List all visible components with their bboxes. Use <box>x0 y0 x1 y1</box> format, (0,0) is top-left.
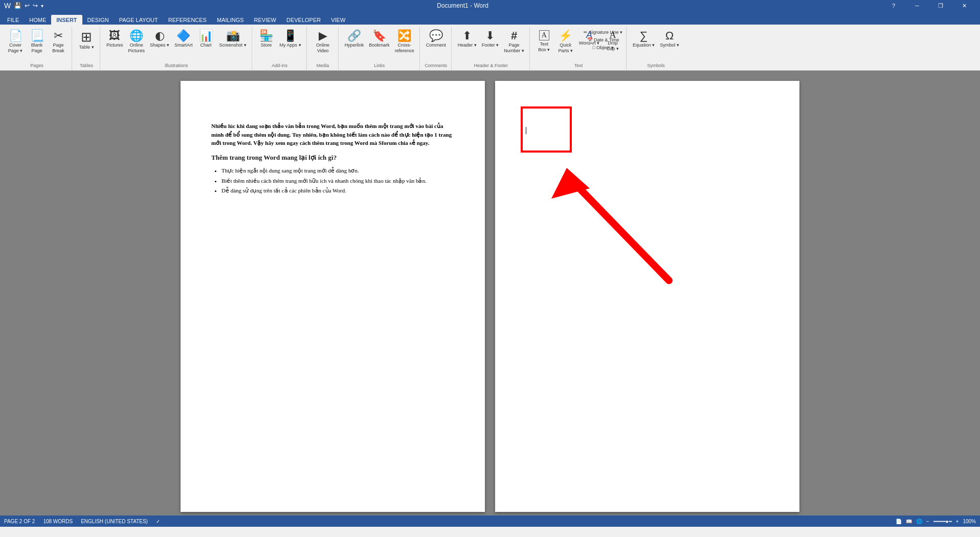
store-icon: 🏪 <box>259 30 273 41</box>
zoom-slider[interactable]: ━━━━●━ <box>933 519 952 524</box>
ribbon-group-comments: 💬 Comment Comments <box>421 27 452 70</box>
page-number-label: PageNumber ▾ <box>504 42 524 54</box>
bookmark-button[interactable]: 🔖 Bookmark <box>367 29 392 50</box>
header-button[interactable]: ⬆ Header ▾ <box>456 29 479 50</box>
minimize-button[interactable]: ─ <box>905 0 929 11</box>
signature-line-icon: ✏ Signature Line ▾ <box>584 30 622 35</box>
ribbon-group-illustrations: 🖼 Pictures 🌐 OnlinePictures ◐ Shapes ▾ 🔷… <box>101 27 252 70</box>
online-video-icon: ▶ <box>319 30 327 41</box>
quick-access-save[interactable]: 💾 <box>14 2 21 9</box>
cover-page-icon: 📄 <box>9 30 23 41</box>
online-video-label: OnlineVideo <box>316 42 329 54</box>
page-1[interactable]: Nhiều lúc khi đang soạn thảo văn bản tro… <box>181 81 485 512</box>
zoom-level: 100% <box>963 519 976 524</box>
tab-file[interactable]: FILE <box>2 15 24 25</box>
date-time-icon: 📅 Date & Time <box>587 37 619 42</box>
tab-design[interactable]: DESIGN <box>82 15 114 25</box>
header-label: Header ▾ <box>458 42 477 48</box>
shapes-label: Shapes ▾ <box>150 42 169 48</box>
quick-parts-button[interactable]: ⚡ QuickParts ▾ <box>555 29 576 55</box>
comments-group-label: Comments <box>421 63 451 68</box>
ribbon-tabs: FILE HOME INSERT DESIGN PAGE LAYOUT REFE… <box>0 11 980 25</box>
text-cursor <box>526 127 526 134</box>
page1-heading: Thêm trang trong Word mang lại lợi ích g… <box>211 153 454 163</box>
blank-page-icon: 📃 <box>30 30 44 41</box>
hyperlink-icon: 🔗 <box>347 30 361 41</box>
spell-check-icon: ✓ <box>156 519 160 524</box>
ribbon-group-tables: ⊞ Table ▾ Tables <box>73 27 100 70</box>
cross-reference-button[interactable]: 🔀 Cross-reference <box>393 29 416 55</box>
chart-button[interactable]: 📊 Chart <box>196 29 216 50</box>
myapps-button[interactable]: 📱 My Apps ▾ <box>278 29 303 50</box>
ribbon-group-header-footer: ⬆ Header ▾ ⬇ Footer ▾ # PageNumber ▾ Hea… <box>453 27 530 70</box>
page-number-button[interactable]: # PageNumber ▾ <box>502 29 526 55</box>
cover-page-label: CoverPage ▾ <box>8 42 23 54</box>
page-2[interactable] <box>495 81 799 512</box>
svg-marker-1 <box>551 168 590 199</box>
page-break-button[interactable]: ✂ PageBreak <box>48 29 69 55</box>
date-time-button[interactable]: 📅 Date & Time <box>582 36 624 44</box>
help-button[interactable]: ? <box>882 0 905 11</box>
table-button[interactable]: ⊞ Table ▾ <box>76 29 97 52</box>
quick-access-undo[interactable]: ↩ <box>25 2 30 9</box>
symbol-button[interactable]: Ω Symbol ▾ <box>658 29 681 50</box>
smartart-button[interactable]: 🔷 SmartArt <box>172 29 195 50</box>
tab-home[interactable]: HOME <box>24 15 51 25</box>
restore-button[interactable]: ❐ <box>929 0 952 11</box>
comment-button[interactable]: 💬 Comment <box>424 29 448 50</box>
window-controls: ? ─ ❐ ✕ <box>882 0 976 11</box>
signature-line-button[interactable]: ✏ Signature Line ▾ <box>582 29 624 36</box>
zoom-out-button[interactable]: − <box>926 519 929 524</box>
web-layout-icon[interactable]: 🌐 <box>916 519 922 524</box>
language: ENGLISH (UNITED STATES) <box>81 519 148 524</box>
symbol-icon: Ω <box>665 30 674 41</box>
media-group-label: Media <box>308 63 338 68</box>
tab-mailings[interactable]: MAILINGS <box>212 15 249 25</box>
cover-page-button[interactable]: 📄 CoverPage ▾ <box>5 29 26 55</box>
pages-group-label: Pages <box>2 63 72 68</box>
ribbon-group-text: A TextBox ▾ ⚡ QuickParts ▾ A WordArt ▾ A… <box>531 27 627 70</box>
online-video-button[interactable]: ▶ OnlineVideo <box>313 29 333 55</box>
quick-access-redo[interactable]: ↪ <box>33 2 38 9</box>
comment-label: Comment <box>426 42 446 48</box>
tab-insert[interactable]: INSERT <box>51 15 82 25</box>
tab-view[interactable]: VIEW <box>326 15 350 25</box>
shapes-icon: ◐ <box>155 30 165 41</box>
object-button[interactable]: □ Object ▾ <box>582 44 624 51</box>
pictures-button[interactable]: 🖼 Pictures <box>104 29 125 50</box>
equation-button[interactable]: ∑ Equation ▾ <box>631 29 657 50</box>
online-pictures-button[interactable]: 🌐 OnlinePictures <box>126 29 147 55</box>
store-button[interactable]: 🏪 Store <box>256 29 277 50</box>
table-icon: ⊞ <box>81 30 92 44</box>
footer-button[interactable]: ⬇ Footer ▾ <box>480 29 501 50</box>
links-group-label: Links <box>340 63 419 68</box>
blank-page-button[interactable]: 📃 BlankPage <box>27 29 47 55</box>
quick-parts-label: QuickParts ▾ <box>559 42 573 54</box>
close-button[interactable]: ✕ <box>952 0 976 11</box>
cross-reference-label: Cross-reference <box>395 42 414 54</box>
tab-page-layout[interactable]: PAGE LAYOUT <box>114 15 163 25</box>
tab-review[interactable]: REVIEW <box>249 15 281 25</box>
addins-group-label: Add-ins <box>253 63 306 68</box>
shapes-button[interactable]: ◐ Shapes ▾ <box>148 29 171 50</box>
tab-developer[interactable]: DEVELOPER <box>281 15 326 25</box>
tab-references[interactable]: REFERENCES <box>163 15 212 25</box>
text-sidebar-buttons: ✏ Signature Line ▾ 📅 Date & Time □ Objec… <box>582 29 624 51</box>
object-icon: □ Object ▾ <box>592 45 613 50</box>
title-bar: W 💾 ↩ ↪ ▾ Document1 - Word ? ─ ❐ ✕ <box>0 0 980 11</box>
symbol-label: Symbol ▾ <box>660 42 679 48</box>
hyperlink-button[interactable]: 🔗 Hyperlink <box>343 29 366 50</box>
screenshot-button[interactable]: 📸 Screenshot ▾ <box>217 29 249 50</box>
read-mode-icon[interactable]: 📖 <box>906 519 912 524</box>
text-box-icon: A <box>539 30 549 40</box>
text-box-button[interactable]: A TextBox ▾ <box>534 29 554 54</box>
quick-parts-icon: ⚡ <box>559 30 572 41</box>
print-layout-icon[interactable]: 📄 <box>896 519 902 524</box>
bookmark-icon: 🔖 <box>372 30 386 41</box>
myapps-icon: 📱 <box>283 30 297 41</box>
zoom-in-button[interactable]: + <box>956 519 959 524</box>
hyperlink-label: Hyperlink <box>345 42 364 48</box>
store-label: Store <box>261 42 272 48</box>
screenshot-label: Screenshot ▾ <box>219 42 247 48</box>
equation-icon: ∑ <box>640 30 648 41</box>
